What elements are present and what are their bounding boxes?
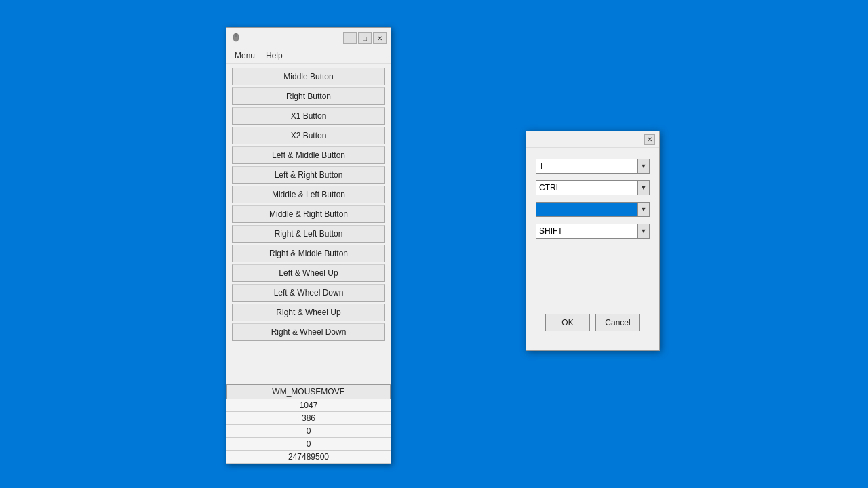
status-row-0: 1047 [226,399,391,412]
status-cell-3: 0 [226,438,391,450]
dropdown-t: T ▼ [536,159,650,174]
dropdown-empty-value[interactable] [536,202,637,217]
left-middle-button[interactable]: Left & Middle Button [232,146,385,164]
left-wheel-down-button[interactable]: Left & Wheel Down [232,284,385,302]
cancel-button[interactable]: Cancel [595,314,640,331]
dropdown-empty-arrow[interactable]: ▼ [637,202,650,217]
status-header: WM_MOUSEMOVE [226,385,391,399]
status-cell-0: 1047 [226,399,391,411]
dropdown-t-value[interactable]: T [536,159,637,174]
menu-item-menu[interactable]: Menu [232,49,258,62]
dropdown-ctrl-arrow[interactable]: ▼ [637,180,650,195]
right-wheel-down-button[interactable]: Right & Wheel Down [232,323,385,341]
dropdown-ctrl: CTRL ▼ [536,180,650,195]
dialog-title-bar: ✕ [526,131,659,148]
dropdown-ctrl-value[interactable]: CTRL [536,180,637,195]
right-middle-button[interactable]: Right & Middle Button [232,245,385,262]
x1-button[interactable]: X1 Button [232,107,385,125]
ok-button[interactable]: OK [545,314,590,331]
x2-button[interactable]: X2 Button [232,127,385,144]
close-button[interactable]: ✕ [373,32,387,44]
menu-item-help[interactable]: Help [263,49,285,62]
app-window: — □ ✕ Menu Help Middle Button Right Butt… [226,27,391,464]
status-row-2: 0 [226,425,391,438]
middle-left-button[interactable]: Middle & Left Button [232,186,385,203]
dialog-close-button[interactable]: ✕ [644,134,655,145]
dropdown-empty: ▼ [536,202,650,217]
status-row-3: 0 [226,438,391,451]
minimize-button[interactable]: — [343,32,357,44]
dropdown-shift: SHIFT ▼ [536,224,650,239]
dialog-buttons: OK Cancel [536,306,650,340]
right-wheel-up-button[interactable]: Right & Wheel Up [232,304,385,321]
dialog-body: T ▼ CTRL ▼ ▼ SHIFT ▼ OK Cancel [526,148,659,350]
status-cell-2: 0 [226,425,391,437]
status-cell-4: 247489500 [226,451,391,463]
right-left-button[interactable]: Right & Left Button [232,225,385,243]
menu-bar: Menu Help [226,48,391,64]
dropdown-shift-arrow[interactable]: ▼ [637,224,650,239]
status-row-4: 247489500 [226,451,391,464]
button-list: Middle Button Right Button X1 Button X2 … [226,64,391,384]
dropdown-shift-value[interactable]: SHIFT [536,224,637,239]
maximize-button[interactable]: □ [358,32,372,44]
middle-right-button[interactable]: Middle & Right Button [232,205,385,223]
title-bar-left [231,33,241,43]
left-wheel-up-button[interactable]: Left & Wheel Up [232,264,385,282]
left-right-button[interactable]: Left & Right Button [232,166,385,184]
title-bar-controls: — □ ✕ [343,32,387,44]
status-row-1: 386 [226,412,391,425]
dropdown-t-arrow[interactable]: ▼ [637,159,650,174]
title-bar: — □ ✕ [226,28,391,48]
app-icon [231,33,241,43]
dialog-window: ✕ T ▼ CTRL ▼ ▼ SHIFT ▼ OK Cancel [526,131,660,351]
right-button[interactable]: Right Button [232,87,385,105]
status-cell-1: 386 [226,412,391,424]
status-table: WM_MOUSEMOVE 1047 386 0 0 247489500 [226,384,391,464]
middle-button[interactable]: Middle Button [232,68,385,85]
